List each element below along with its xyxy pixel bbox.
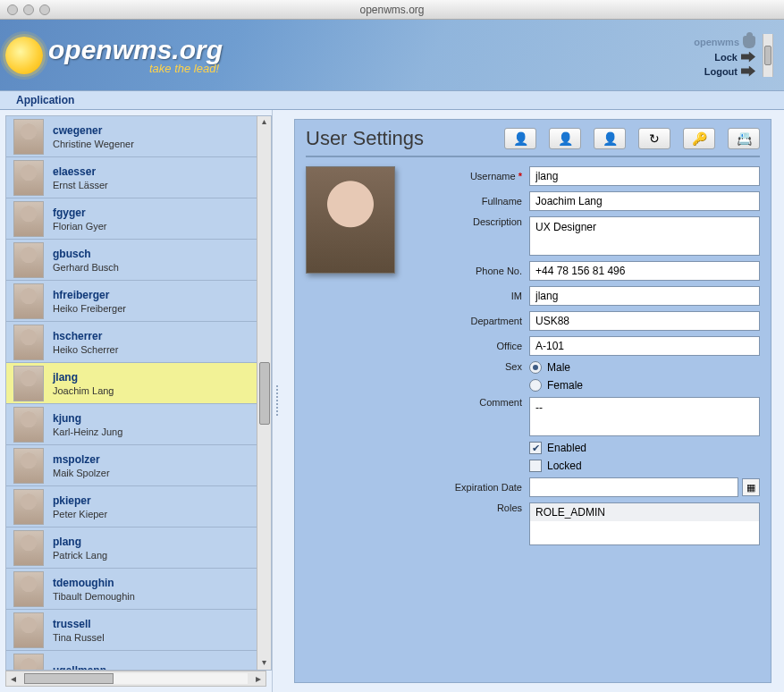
avatar <box>13 242 44 278</box>
list-fullname: Heiko Scherrer <box>53 344 118 355</box>
list-username: tdemoughin <box>53 577 135 589</box>
role-item[interactable]: ROLE_ADMIN <box>530 503 759 521</box>
brand-name: openwms.org <box>48 35 223 65</box>
avatar <box>13 448 44 484</box>
window-zoom-button[interactable] <box>39 4 50 15</box>
main: User Settings 👤 👤 👤 ↻ 🔑 📇 Username * <box>282 110 784 692</box>
locked-checkbox[interactable]: Locked <box>529 460 582 472</box>
avatar <box>13 283 44 319</box>
current-user-link[interactable]: openwms <box>694 36 755 48</box>
avatar <box>13 530 44 566</box>
user-list-item[interactable]: elaesserErnst Lässer <box>6 157 257 198</box>
radio-icon <box>529 379 542 392</box>
list-username: jlang <box>53 371 114 384</box>
description-input[interactable]: UX Designer <box>529 216 760 256</box>
user-list-item[interactable]: hscherrerHeiko Scherrer <box>6 322 257 363</box>
avatar <box>13 119 44 155</box>
scroll-left-icon[interactable]: ◂ <box>6 672 21 685</box>
user-list-item[interactable]: kjungKarl-Heinz Jung <box>6 404 257 445</box>
list-fullname: Patrick Lang <box>53 550 107 561</box>
hscroll-thumb[interactable] <box>24 673 114 684</box>
brand: openwms.org take the lead! <box>5 35 223 75</box>
person-icon <box>743 36 755 48</box>
arrow-right-icon <box>741 66 755 77</box>
label-username: Username <box>470 171 516 181</box>
list-fullname: Tibault Demoughin <box>53 591 135 602</box>
avatar <box>13 366 44 401</box>
remove-user-button[interactable]: 👤 <box>549 128 581 149</box>
lock-link[interactable]: Lock <box>714 52 755 63</box>
sex-female-radio[interactable]: Female <box>529 379 583 392</box>
expiration-input[interactable] <box>529 477 738 497</box>
profile-picture <box>306 166 395 274</box>
list-fullname: Florian Gyer <box>53 221 107 232</box>
list-username: fgyger <box>53 207 107 219</box>
user-list-item[interactable]: ugallmann <box>6 651 257 671</box>
avatar <box>13 407 44 443</box>
banner-scrollbar[interactable] <box>763 34 773 77</box>
required-icon: * <box>518 171 522 181</box>
user-list-item[interactable]: tdemoughinTibault Demoughin <box>6 569 257 610</box>
scroll-up-icon[interactable]: ▴ <box>258 116 271 129</box>
list-username: elaesser <box>53 165 108 178</box>
user-list-item[interactable]: plangPatrick Lang <box>6 527 257 569</box>
list-fullname: Gerhard Busch <box>53 262 119 273</box>
user-list-item[interactable]: gbuschGerhard Busch <box>6 240 257 281</box>
user-list-item[interactable]: hfreibergerHeiko Freiberger <box>6 281 257 322</box>
refresh-button[interactable]: ↻ <box>638 128 670 149</box>
list-username: hscherrer <box>53 330 118 342</box>
user-list-item[interactable]: pkieperPeter Kieper <box>6 486 257 527</box>
list-username: cwegener <box>53 124 134 137</box>
user-list-item[interactable]: jlangJoachim Lang <box>6 363 257 404</box>
arrow-right-icon <box>741 52 755 63</box>
list-username: hfreiberger <box>53 289 126 301</box>
sidebar-hscrollbar[interactable]: ◂ ▸ <box>5 671 266 687</box>
toolbar: 👤 👤 👤 ↻ 🔑 📇 <box>504 128 760 149</box>
user-list-item[interactable]: mspolzerMaik Spolzer <box>6 445 257 486</box>
user-list-scrollbar[interactable]: ▴ ▾ <box>257 116 271 670</box>
department-input[interactable] <box>529 311 760 331</box>
user-preferences-button[interactable]: 📇 <box>728 128 760 149</box>
checkbox-icon <box>529 460 542 472</box>
window-close-button[interactable] <box>7 4 18 15</box>
phone-input[interactable] <box>529 261 760 281</box>
add-user-button[interactable]: 👤 <box>504 128 536 149</box>
user-form: Username * Fullname Description UX Desig… <box>413 166 760 545</box>
list-username: plang <box>53 536 107 548</box>
calendar-icon[interactable]: ▦ <box>742 478 760 496</box>
label-sex: Sex <box>413 361 522 372</box>
list-username: gbusch <box>53 248 119 260</box>
menu-application[interactable]: Application <box>16 94 74 106</box>
roles-list[interactable]: ROLE_ADMIN <box>529 502 760 545</box>
enabled-checkbox[interactable]: ✔ Enabled <box>529 442 586 454</box>
scroll-down-icon[interactable]: ▾ <box>258 657 271 670</box>
scroll-thumb[interactable] <box>259 362 270 425</box>
office-input[interactable] <box>529 336 760 356</box>
lock-label: Lock <box>714 52 738 63</box>
fullname-input[interactable] <box>529 191 760 211</box>
scroll-right-icon[interactable]: ▸ <box>251 672 266 685</box>
avatar <box>13 325 44 360</box>
window-minimize-button[interactable] <box>23 4 34 15</box>
logo-sun-icon <box>5 37 43 74</box>
label-description: Description <box>413 216 522 227</box>
change-password-button[interactable]: 🔑 <box>683 128 715 149</box>
label-office: Office <box>413 341 522 351</box>
logout-link[interactable]: Logout <box>704 66 755 77</box>
list-fullname: Maik Spolzer <box>53 468 110 478</box>
radio-icon <box>529 361 542 374</box>
comment-input[interactable]: -- <box>529 397 760 436</box>
user-list-item[interactable]: fgygerFlorian Gyer <box>6 198 257 240</box>
list-fullname: Christine Wegener <box>53 139 134 149</box>
sex-male-radio[interactable]: Male <box>529 361 583 374</box>
sidebar: cwegenerChristine WegenerelaesserErnst L… <box>0 110 273 692</box>
list-username: trussell <box>53 618 105 630</box>
delete-user-button[interactable]: 👤 <box>594 128 626 149</box>
user-list-item[interactable]: trussellTina Russel <box>6 610 257 651</box>
im-input[interactable] <box>529 286 760 306</box>
user-list-item[interactable]: cwegenerChristine Wegener <box>6 116 257 157</box>
app-banner: openwms.org take the lead! openwms Lock … <box>0 20 784 90</box>
splitter[interactable] <box>273 110 282 692</box>
checkbox-icon: ✔ <box>529 442 542 454</box>
username-input[interactable] <box>529 166 760 186</box>
